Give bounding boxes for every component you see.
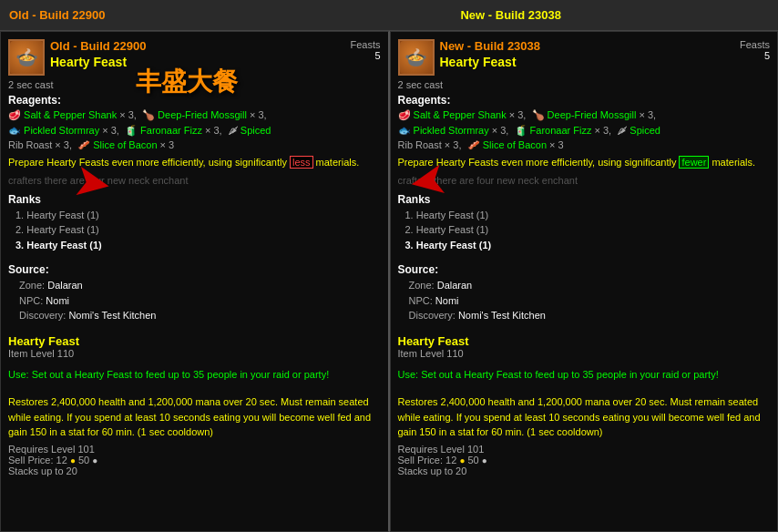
old-source-npc: NPC: Nomi <box>8 293 381 309</box>
old-use-text: Use: Set out a Hearty Feast to feed up t… <box>8 368 381 382</box>
new-req-text: Requires Level 101 <box>398 444 771 455</box>
new-ranks-label: Ranks <box>398 193 771 206</box>
new-source-zone: Zone: Dalaran <box>398 278 771 293</box>
new-restore-text: Restores 2,400,000 health and 1,200,000 … <box>398 394 771 440</box>
new-rank-2: 2. Hearty Feast (1) <box>398 222 771 238</box>
old-highlight-less: less <box>290 156 313 169</box>
old-source-zone: Zone: Dalaran <box>8 278 381 293</box>
header-bar: Old - Build 22900 New - Build 23038 <box>0 0 778 31</box>
old-feasts-num: 5 <box>350 50 380 61</box>
new-rank-3: 3. Hearty Feast (1) <box>398 238 771 253</box>
new-bg-text: crafters there are four new neck enchant <box>398 174 771 188</box>
new-source-discovery: Discovery: Nomi's Test Kitchen <box>398 308 771 323</box>
new-reagents-label: Reagents: <box>398 94 771 107</box>
old-reagent-line-1: 🥩 Salt & Pepper Shank × 3, 🍗 Deep-Fried … <box>8 108 381 122</box>
old-restore-text: Restores 2,400,000 health and 1,200,000 … <box>8 394 381 440</box>
old-stacks: Stacks up to 20 <box>8 466 381 476</box>
old-food-icon: 🍲 <box>10 41 43 74</box>
new-reagent-line-2: 🐟 Pickled Stormray × 3, 🧃 Faronaar Fizz … <box>398 124 771 152</box>
old-chinese-text: 丰盛大餐 <box>136 65 238 99</box>
new-panel-header: New - Build 23038 <box>440 39 771 53</box>
new-desc: Prepare Hearty Feasts even more efficien… <box>398 156 771 169</box>
new-food-icon: 🍲 <box>400 41 433 74</box>
old-rank-2: 2. Hearty Feast (1) <box>8 222 381 238</box>
old-reagent-line-2: 🐟 Pickled Stormray × 3, 🧃 Faronaar Fizz … <box>8 124 381 152</box>
new-source-npc: NPC: Nomi <box>398 293 771 309</box>
new-item-level: Item Level 110 <box>398 348 771 359</box>
new-feasts-container: Feasts 5 <box>740 39 770 61</box>
old-source-discovery: Discovery: Nomi's Test Kitchen <box>8 308 381 323</box>
new-use-text: Use: Set out a Hearty Feast to feed up t… <box>398 368 771 382</box>
new-stacks: Stacks up to 20 <box>398 466 771 476</box>
main-content: 🍲 Old - Build 22900 Hearty Feast 丰盛大餐 Fe… <box>0 31 778 532</box>
new-item-name: Hearty Feast <box>398 334 771 348</box>
new-source-label: Source: <box>398 263 771 276</box>
old-desc: Prepare Hearty Feasts even more efficien… <box>8 156 381 169</box>
new-spell-icon: 🍲 <box>398 39 435 76</box>
new-rank-1: 1. Hearty Feast (1) <box>398 208 771 223</box>
new-panel: 🍲 New - Build 23038 Hearty Feast Feasts … <box>390 31 779 532</box>
new-sell-text: Sell Price: 12 ● 50 ● <box>398 455 771 466</box>
new-highlight-fewer: fewer <box>679 156 709 169</box>
old-ranks-label: Ranks <box>8 193 381 206</box>
new-cast-time: 2 sec cast <box>398 79 771 90</box>
old-req-text: Requires Level 101 <box>8 444 381 455</box>
new-top-row: 🍲 New - Build 23038 Hearty Feast Feasts … <box>398 39 771 76</box>
old-rank-1: 1. Hearty Feast (1) <box>8 208 381 223</box>
new-spell-name: Hearty Feast <box>440 55 771 69</box>
old-spell-icon: 🍲 <box>8 39 45 76</box>
new-feasts-num: 5 <box>740 50 770 61</box>
old-panel: 🍲 Old - Build 22900 Hearty Feast 丰盛大餐 Fe… <box>0 31 389 532</box>
new-build-title: New - Build 23038 <box>460 8 561 22</box>
old-bg-text: crafters there are four new neck enchant <box>8 174 381 188</box>
new-reagent-line-1: 🥩 Salt & Pepper Shank × 3, 🍗 Deep-Fried … <box>398 108 771 122</box>
old-feasts-label: Feasts <box>350 39 380 50</box>
old-build-title: Old - Build 22900 <box>9 8 105 22</box>
old-sell-text: Sell Price: 12 ● 50 ● <box>8 455 381 466</box>
old-source-label: Source: <box>8 263 381 276</box>
old-spell-info: Old - Build 22900 Hearty Feast 丰盛大餐 <box>50 39 381 69</box>
old-item-level: Item Level 110 <box>8 348 381 359</box>
new-feasts-label: Feasts <box>740 39 770 50</box>
old-feasts-container: Feasts 5 <box>350 39 380 61</box>
old-panel-header: Old - Build 22900 <box>50 39 381 53</box>
old-item-name: Hearty Feast <box>8 334 381 348</box>
old-rank-3: 3. Hearty Feast (1) <box>8 238 381 253</box>
old-top-row: 🍲 Old - Build 22900 Hearty Feast 丰盛大餐 Fe… <box>8 39 381 76</box>
new-spell-info: New - Build 23038 Hearty Feast <box>440 39 771 69</box>
